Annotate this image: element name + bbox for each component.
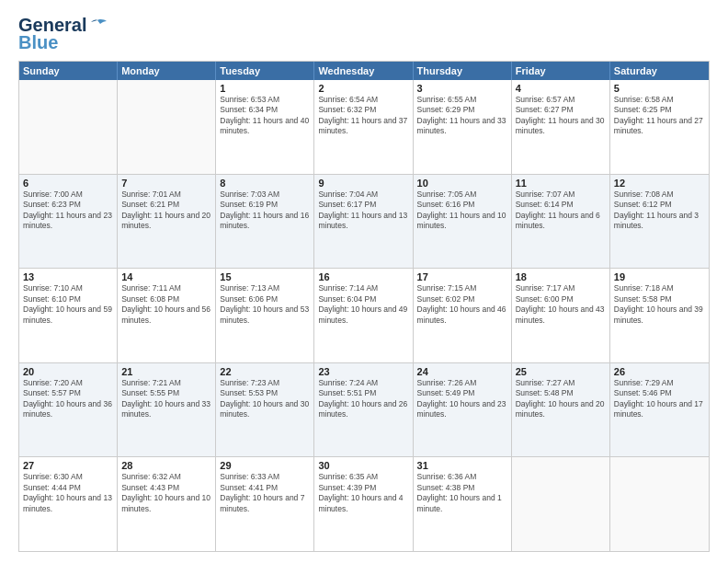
calendar-cell-4-2: 29Sunrise: 6:33 AM Sunset: 4:41 PM Dayli… bbox=[216, 457, 314, 551]
day-number: 26 bbox=[614, 366, 705, 377]
calendar-cell-3-6: 26Sunrise: 7:29 AM Sunset: 5:46 PM Dayli… bbox=[610, 363, 709, 457]
day-number: 1 bbox=[220, 83, 310, 94]
day-number: 3 bbox=[417, 83, 507, 94]
calendar-cell-1-5: 11Sunrise: 7:07 AM Sunset: 6:14 PM Dayli… bbox=[512, 175, 610, 269]
calendar-cell-2-3: 16Sunrise: 7:14 AM Sunset: 6:04 PM Dayli… bbox=[314, 269, 413, 362]
calendar-cell-2-1: 14Sunrise: 7:11 AM Sunset: 6:08 PM Dayli… bbox=[118, 269, 216, 362]
day-info: Sunrise: 6:36 AM Sunset: 4:38 PM Dayligh… bbox=[417, 472, 507, 514]
day-number: 30 bbox=[318, 460, 408, 471]
calendar-cell-0-3: 2Sunrise: 6:54 AM Sunset: 6:32 PM Daylig… bbox=[314, 80, 413, 174]
calendar-cell-3-5: 25Sunrise: 7:27 AM Sunset: 5:48 PM Dayli… bbox=[512, 363, 610, 457]
day-number: 2 bbox=[318, 83, 408, 94]
calendar-cell-0-2: 1Sunrise: 6:53 AM Sunset: 6:34 PM Daylig… bbox=[216, 80, 314, 174]
day-number: 19 bbox=[614, 271, 705, 282]
day-info: Sunrise: 7:29 AM Sunset: 5:46 PM Dayligh… bbox=[614, 378, 705, 420]
header-cell-saturday: Saturday bbox=[610, 62, 709, 80]
calendar-cell-3-1: 21Sunrise: 7:21 AM Sunset: 5:55 PM Dayli… bbox=[118, 363, 216, 457]
calendar-cell-4-1: 28Sunrise: 6:32 AM Sunset: 4:43 PM Dayli… bbox=[118, 457, 216, 551]
calendar-cell-2-6: 19Sunrise: 7:18 AM Sunset: 5:58 PM Dayli… bbox=[610, 269, 709, 362]
day-info: Sunrise: 7:17 AM Sunset: 6:00 PM Dayligh… bbox=[516, 283, 606, 326]
day-info: Sunrise: 7:10 AM Sunset: 6:10 PM Dayligh… bbox=[23, 283, 113, 326]
day-number: 18 bbox=[516, 271, 606, 282]
day-number: 20 bbox=[23, 366, 113, 377]
day-info: Sunrise: 7:07 AM Sunset: 6:14 PM Dayligh… bbox=[516, 190, 606, 232]
day-number: 9 bbox=[318, 178, 408, 189]
calendar-cell-1-1: 7Sunrise: 7:01 AM Sunset: 6:21 PM Daylig… bbox=[118, 175, 216, 269]
day-info: Sunrise: 7:20 AM Sunset: 5:57 PM Dayligh… bbox=[23, 378, 113, 420]
day-number: 24 bbox=[417, 366, 507, 377]
calendar-cell-2-2: 15Sunrise: 7:13 AM Sunset: 6:06 PM Dayli… bbox=[216, 269, 314, 362]
calendar-cell-0-6: 5Sunrise: 6:58 AM Sunset: 6:25 PM Daylig… bbox=[610, 80, 709, 174]
day-info: Sunrise: 6:32 AM Sunset: 4:43 PM Dayligh… bbox=[121, 472, 211, 514]
calendar-cell-3-3: 23Sunrise: 7:24 AM Sunset: 5:51 PM Dayli… bbox=[314, 363, 413, 457]
day-number: 7 bbox=[121, 178, 211, 189]
day-info: Sunrise: 7:21 AM Sunset: 5:55 PM Dayligh… bbox=[121, 378, 211, 420]
day-number: 8 bbox=[220, 178, 310, 189]
day-number: 21 bbox=[121, 366, 211, 377]
calendar-row-1: 6Sunrise: 7:00 AM Sunset: 6:23 PM Daylig… bbox=[19, 174, 709, 269]
header-cell-tuesday: Tuesday bbox=[216, 62, 314, 80]
day-info: Sunrise: 7:01 AM Sunset: 6:21 PM Dayligh… bbox=[121, 190, 211, 232]
day-number: 25 bbox=[516, 366, 606, 377]
logo-blue: Blue bbox=[18, 32, 58, 53]
calendar-row-2: 13Sunrise: 7:10 AM Sunset: 6:10 PM Dayli… bbox=[19, 268, 709, 362]
day-number: 23 bbox=[318, 366, 408, 377]
calendar-cell-0-1 bbox=[118, 80, 216, 174]
calendar: SundayMondayTuesdayWednesdayThursdayFrid… bbox=[18, 61, 710, 552]
day-number: 29 bbox=[220, 460, 310, 471]
day-info: Sunrise: 6:53 AM Sunset: 6:34 PM Dayligh… bbox=[220, 95, 310, 137]
day-number: 12 bbox=[614, 178, 705, 189]
calendar-cell-0-4: 3Sunrise: 6:55 AM Sunset: 6:29 PM Daylig… bbox=[414, 80, 512, 174]
header-cell-friday: Friday bbox=[512, 62, 610, 80]
day-info: Sunrise: 7:00 AM Sunset: 6:23 PM Dayligh… bbox=[23, 190, 113, 232]
calendar-cell-0-5: 4Sunrise: 6:57 AM Sunset: 6:27 PM Daylig… bbox=[512, 80, 610, 174]
calendar-cell-1-6: 12Sunrise: 7:08 AM Sunset: 6:12 PM Dayli… bbox=[610, 175, 709, 269]
day-info: Sunrise: 7:11 AM Sunset: 6:08 PM Dayligh… bbox=[121, 283, 211, 326]
day-number: 28 bbox=[121, 460, 211, 471]
calendar-row-0: 1Sunrise: 6:53 AM Sunset: 6:34 PM Daylig… bbox=[19, 80, 709, 174]
calendar-row-3: 20Sunrise: 7:20 AM Sunset: 5:57 PM Dayli… bbox=[19, 362, 709, 457]
day-info: Sunrise: 6:33 AM Sunset: 4:41 PM Dayligh… bbox=[220, 472, 310, 514]
day-info: Sunrise: 7:24 AM Sunset: 5:51 PM Dayligh… bbox=[318, 378, 408, 420]
calendar-cell-0-0 bbox=[19, 80, 118, 174]
day-number: 27 bbox=[23, 460, 113, 471]
calendar-cell-4-3: 30Sunrise: 6:35 AM Sunset: 4:39 PM Dayli… bbox=[314, 457, 413, 551]
day-number: 17 bbox=[417, 271, 507, 282]
calendar-cell-1-4: 10Sunrise: 7:05 AM Sunset: 6:16 PM Dayli… bbox=[414, 175, 512, 269]
day-info: Sunrise: 7:04 AM Sunset: 6:17 PM Dayligh… bbox=[318, 190, 408, 232]
calendar-cell-1-0: 6Sunrise: 7:00 AM Sunset: 6:23 PM Daylig… bbox=[19, 175, 118, 269]
day-number: 5 bbox=[614, 83, 705, 94]
day-info: Sunrise: 7:26 AM Sunset: 5:49 PM Dayligh… bbox=[417, 378, 507, 420]
day-info: Sunrise: 7:05 AM Sunset: 6:16 PM Dayligh… bbox=[417, 190, 507, 232]
day-info: Sunrise: 7:27 AM Sunset: 5:48 PM Dayligh… bbox=[516, 378, 606, 420]
day-number: 31 bbox=[417, 460, 507, 471]
calendar-cell-1-2: 8Sunrise: 7:03 AM Sunset: 6:19 PM Daylig… bbox=[216, 175, 314, 269]
calendar-cell-4-6 bbox=[610, 457, 709, 551]
calendar-cell-3-2: 22Sunrise: 7:23 AM Sunset: 5:53 PM Dayli… bbox=[216, 363, 314, 457]
day-info: Sunrise: 7:13 AM Sunset: 6:06 PM Dayligh… bbox=[220, 283, 310, 326]
calendar-cell-3-0: 20Sunrise: 7:20 AM Sunset: 5:57 PM Dayli… bbox=[19, 363, 118, 457]
calendar-cell-2-0: 13Sunrise: 7:10 AM Sunset: 6:10 PM Dayli… bbox=[19, 269, 118, 362]
header-cell-sunday: Sunday bbox=[19, 62, 118, 80]
calendar-body: 1Sunrise: 6:53 AM Sunset: 6:34 PM Daylig… bbox=[19, 80, 709, 551]
calendar-row-4: 27Sunrise: 6:30 AM Sunset: 4:44 PM Dayli… bbox=[19, 456, 709, 551]
calendar-header: SundayMondayTuesdayWednesdayThursdayFrid… bbox=[19, 62, 709, 80]
day-number: 6 bbox=[23, 178, 113, 189]
calendar-cell-4-5 bbox=[512, 457, 610, 551]
day-info: Sunrise: 6:58 AM Sunset: 6:25 PM Dayligh… bbox=[614, 95, 705, 137]
day-info: Sunrise: 7:15 AM Sunset: 6:02 PM Dayligh… bbox=[417, 283, 507, 326]
day-number: 13 bbox=[23, 271, 113, 282]
day-info: Sunrise: 6:54 AM Sunset: 6:32 PM Dayligh… bbox=[318, 95, 408, 137]
calendar-cell-3-4: 24Sunrise: 7:26 AM Sunset: 5:49 PM Dayli… bbox=[414, 363, 512, 457]
header-cell-thursday: Thursday bbox=[414, 62, 512, 80]
calendar-cell-2-4: 17Sunrise: 7:15 AM Sunset: 6:02 PM Dayli… bbox=[414, 269, 512, 362]
logo: General Blue bbox=[18, 15, 107, 53]
calendar-cell-1-3: 9Sunrise: 7:04 AM Sunset: 6:17 PM Daylig… bbox=[314, 175, 413, 269]
day-number: 22 bbox=[220, 366, 310, 377]
day-number: 10 bbox=[417, 178, 507, 189]
day-info: Sunrise: 7:08 AM Sunset: 6:12 PM Dayligh… bbox=[614, 190, 705, 232]
day-info: Sunrise: 7:18 AM Sunset: 5:58 PM Dayligh… bbox=[614, 283, 705, 326]
day-info: Sunrise: 6:57 AM Sunset: 6:27 PM Dayligh… bbox=[516, 95, 606, 137]
logo-bird-icon bbox=[88, 18, 107, 33]
calendar-cell-4-4: 31Sunrise: 6:36 AM Sunset: 4:38 PM Dayli… bbox=[414, 457, 512, 551]
